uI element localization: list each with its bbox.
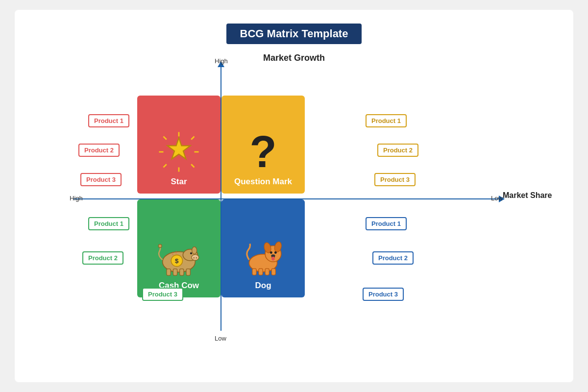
red-tag-product2: Product 2 <box>78 144 120 157</box>
svg-point-29 <box>270 251 272 254</box>
star-label: Star <box>171 177 187 187</box>
green-tag-product1: Product 1 <box>88 217 129 230</box>
svg-point-14 <box>196 257 197 259</box>
svg-text:↓: ↓ <box>175 248 177 254</box>
svg-line-4 <box>164 137 167 140</box>
question-label: Question Mark <box>234 177 292 187</box>
question-quadrant: ? Question Mark <box>221 96 305 194</box>
green-tag-product2: Product 2 <box>82 251 123 265</box>
svg-line-6 <box>191 137 194 140</box>
svg-rect-18 <box>180 269 184 275</box>
dog-icon <box>241 234 285 278</box>
green-tag-product3: Product 3 <box>142 288 183 301</box>
star-quadrant: Star <box>137 96 220 194</box>
cow-icon: $ ↓ ↓ <box>154 234 203 278</box>
svg-rect-34 <box>259 269 263 275</box>
yellow-tag-product1: Product 1 <box>366 114 407 127</box>
svg-point-11 <box>192 247 197 254</box>
market-share-label: Market Share <box>503 191 552 200</box>
dog-quadrant: Dog <box>221 199 305 297</box>
svg-point-13 <box>194 257 195 259</box>
svg-point-12 <box>192 255 199 261</box>
label-low-bottom: Low <box>215 335 226 342</box>
svg-rect-16 <box>167 269 171 275</box>
red-tag-product3: Product 3 <box>80 173 122 186</box>
blue-tag-product1: Product 1 <box>366 217 407 230</box>
question-mark-icon: ? <box>250 130 277 174</box>
svg-point-20 <box>158 245 162 248</box>
svg-point-32 <box>271 257 275 261</box>
svg-line-7 <box>164 164 167 167</box>
blue-tag-product2: Product 2 <box>372 251 414 265</box>
svg-point-30 <box>274 251 277 254</box>
svg-line-5 <box>191 164 194 167</box>
cashcow-quadrant: $ ↓ ↓ Cash Cow <box>137 199 220 297</box>
blue-tag-product3: Product 3 <box>363 288 404 301</box>
star-icon <box>157 130 201 174</box>
dog-label: Dog <box>255 281 271 291</box>
yellow-tag-product2: Product 2 <box>377 144 418 157</box>
red-tag-product1: Product 1 <box>88 114 129 127</box>
label-high-top: High <box>215 57 228 65</box>
svg-rect-35 <box>265 269 269 275</box>
title-box: BCG Matrix Template <box>226 24 362 44</box>
svg-text:↓: ↓ <box>172 250 174 256</box>
svg-rect-19 <box>186 269 190 275</box>
label-low-right: Low <box>491 195 503 202</box>
market-growth-label: Market Growth <box>263 53 325 63</box>
svg-marker-8 <box>168 138 191 159</box>
main-container: BCG Matrix Template Market Growth High L… <box>15 10 573 382</box>
svg-rect-17 <box>173 269 177 275</box>
svg-rect-33 <box>252 269 256 275</box>
label-high-left: High <box>70 195 83 202</box>
svg-text:$: $ <box>175 257 179 265</box>
svg-rect-36 <box>271 269 275 275</box>
yellow-tag-product3: Product 3 <box>374 173 416 186</box>
svg-point-15 <box>190 252 192 254</box>
chart-area: High Low High Low Market Share Star <box>74 66 514 350</box>
